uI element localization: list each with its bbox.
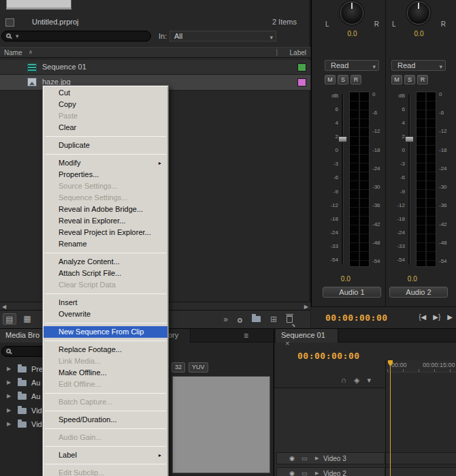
eye-icon[interactable]: ◉ xyxy=(289,455,295,462)
track-name-button[interactable]: Audio 2 xyxy=(389,287,448,298)
mute-button[interactable]: M xyxy=(391,75,402,84)
level-value[interactable]: 0.0 xyxy=(319,275,372,283)
tree-collapsed-icon[interactable]: ▶ xyxy=(7,379,11,385)
menu-item-reveal-in-explorer[interactable]: Reveal in Explorer... xyxy=(44,215,167,227)
meter-scale: 0-6-12-18-24-30-36-42-48-54 xyxy=(439,91,452,264)
menu-item-modify[interactable]: Modify▸ xyxy=(44,157,167,169)
record-button[interactable]: R xyxy=(417,75,428,84)
find-button[interactable] xyxy=(238,313,242,326)
menu-item-overwrite[interactable]: Overwrite xyxy=(44,308,167,320)
scale-label: 0 xyxy=(439,91,442,97)
tree-item-label: Au xyxy=(31,379,40,387)
menu-item-attach-script[interactable]: Attach Script File... xyxy=(44,268,167,279)
solo-button[interactable]: S xyxy=(404,75,415,84)
play-icon[interactable]: ▶ xyxy=(447,313,453,321)
close-icon[interactable]: × xyxy=(285,339,289,347)
solo-button[interactable]: S xyxy=(338,75,348,84)
tab-sequence-01[interactable]: Sequence 01 × xyxy=(276,329,338,343)
automation-mode-dropdown[interactable]: Read ▾ xyxy=(325,60,379,71)
column-header-label[interactable]: Label xyxy=(290,49,306,57)
menu-item-properties[interactable]: Properties... xyxy=(44,169,167,180)
column-divider: | xyxy=(276,48,278,56)
menu-item-analyze-content[interactable]: Analyze Content... xyxy=(44,256,167,268)
mute-button[interactable]: M xyxy=(325,75,336,84)
track-name-button[interactable]: Audio 1 xyxy=(323,287,381,298)
menu-item-replace-footage[interactable]: Replace Footage... xyxy=(44,344,167,355)
chevron-down-icon: ▾ xyxy=(270,33,273,42)
search-scope-dropdown[interactable]: All ▾ xyxy=(169,31,276,42)
snap-icon[interactable]: ∩ xyxy=(341,376,346,385)
menu-item-speed-duration[interactable]: Speed/Duration... xyxy=(44,414,167,426)
list-view-button[interactable]: ▤ xyxy=(3,313,16,325)
yuv-button[interactable]: YUV xyxy=(189,362,208,372)
menu-item-insert[interactable]: Insert xyxy=(44,297,167,308)
new-item-button[interactable]: ⊞ xyxy=(270,315,277,324)
level-value[interactable]: 0.0 xyxy=(386,275,439,283)
track-content-video2[interactable] xyxy=(386,467,456,476)
tree-collapsed-icon[interactable]: ▶ xyxy=(7,407,11,413)
sync-lock-icon[interactable]: ▭ xyxy=(302,470,308,476)
eye-icon[interactable]: ◉ xyxy=(289,470,295,476)
column-header-name[interactable]: Name xyxy=(4,49,22,57)
directory-viewer[interactable] xyxy=(172,376,270,473)
fader-handle[interactable] xyxy=(338,136,347,142)
expand-track-icon[interactable]: ▶ xyxy=(315,456,319,461)
menu-item-source-settings: Source Settings... xyxy=(44,180,167,192)
goto-outpoint-icon[interactable]: ▶} xyxy=(433,313,440,321)
automation-mode-dropdown[interactable]: Read ▾ xyxy=(391,60,446,71)
menu-item-reveal-in-bridge[interactable]: Reveal in Adobe Bridge... xyxy=(44,204,167,215)
pan-value[interactable]: 0.0 xyxy=(319,30,385,37)
panel-menu-icon[interactable]: ≡ xyxy=(244,331,248,340)
scale-label: 4 xyxy=(336,120,338,126)
track-header-video3[interactable]: ◉ ▭ ▶ Video 3 xyxy=(276,452,385,464)
menu-item-rename[interactable]: Rename xyxy=(44,238,167,250)
mixer-timecode[interactable]: 00:00:00:00 xyxy=(325,313,388,323)
pan-value[interactable]: 0.0 xyxy=(386,30,452,37)
scroll-right-icon[interactable]: ▶ xyxy=(304,304,308,310)
sync-lock-icon[interactable]: ▭ xyxy=(302,455,308,462)
tree-collapsed-icon[interactable]: ▶ xyxy=(7,393,11,399)
scale-label: 6 xyxy=(336,106,338,112)
new-bin-button[interactable] xyxy=(252,316,261,322)
clear-button[interactable] xyxy=(287,315,293,323)
menu-item-copy[interactable]: Copy xyxy=(44,99,167,110)
scale-label: -12 xyxy=(397,202,405,208)
chevron-down-icon[interactable]: ▾ xyxy=(16,33,19,39)
bit-depth-32-button[interactable]: 32 xyxy=(172,362,185,372)
menu-separator xyxy=(45,340,166,341)
timeline-settings-icon[interactable]: ▾ xyxy=(367,376,371,385)
track-header-video2[interactable]: ◉ ▭ ▶ Video 2 xyxy=(276,467,385,476)
scroll-left-icon[interactable]: ◀ xyxy=(2,304,6,310)
scale-label: -24 xyxy=(372,165,380,172)
tree-item-label: Vid xyxy=(31,407,42,415)
ruler-label: 00:00:15:00 xyxy=(423,362,455,368)
pan-left-label: L xyxy=(392,20,396,28)
goto-inpoint-icon[interactable]: {◀ xyxy=(419,313,426,321)
pan-knob[interactable] xyxy=(340,1,363,25)
icon-view-button[interactable]: ▦ xyxy=(20,313,34,325)
scale-label: -18 xyxy=(330,216,338,222)
menu-item-new-sequence-from-clip[interactable]: New Sequence From Clip xyxy=(44,326,167,338)
folder-icon xyxy=(18,408,27,414)
expand-track-icon[interactable]: ▶ xyxy=(315,471,319,476)
menu-item-duplicate[interactable]: Duplicate xyxy=(44,140,167,151)
fader-handle[interactable] xyxy=(405,136,414,142)
marker-icon[interactable]: ◈ xyxy=(354,376,359,385)
timeline-timecode[interactable]: 00:00:00:00 xyxy=(297,351,360,361)
label-swatch xyxy=(297,63,306,72)
menu-item-reveal-project[interactable]: Reveal Project in Explorer... xyxy=(44,227,167,238)
menu-item-clear[interactable]: Clear xyxy=(44,122,167,133)
tree-collapsed-icon[interactable]: ▶ xyxy=(7,366,11,372)
menu-item-make-offline[interactable]: Make Offline... xyxy=(44,367,167,379)
record-button[interactable]: R xyxy=(351,75,361,84)
time-ruler[interactable]: 00:00 00:00:15:00 xyxy=(387,360,456,372)
menu-item-label[interactable]: Label▸ xyxy=(44,449,167,461)
pan-knob[interactable] xyxy=(407,1,430,25)
playhead[interactable] xyxy=(390,360,391,476)
project-item-sequence[interactable]: Sequence 01 xyxy=(0,60,310,75)
automate-to-sequence-button[interactable]: » xyxy=(223,315,228,324)
track-content-video3[interactable] xyxy=(386,452,456,464)
menu-item-cut[interactable]: Cut xyxy=(44,87,167,99)
project-search-input[interactable]: ▾ xyxy=(1,31,151,42)
tree-collapsed-icon[interactable]: ▶ xyxy=(7,421,11,427)
